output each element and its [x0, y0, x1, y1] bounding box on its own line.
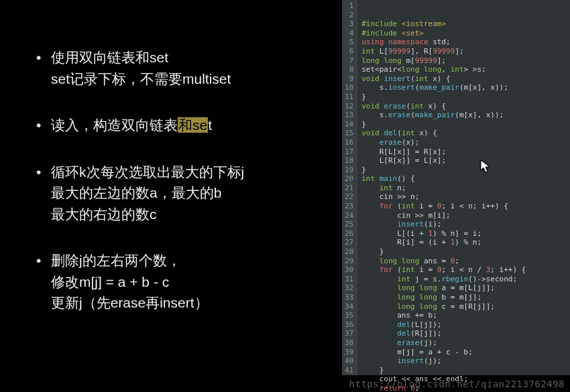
code-line[interactable]: #include <iostream>	[361, 19, 526, 29]
line-number: 25	[345, 220, 353, 229]
code-line[interactable]: void insert(int x) {	[361, 74, 526, 84]
code-line[interactable]: }	[361, 166, 526, 175]
line-number: 34	[345, 302, 353, 312]
line-number: 14	[345, 120, 353, 129]
line-number: 29	[345, 257, 353, 266]
line-number: 33	[345, 293, 353, 302]
line-number: 37	[345, 329, 353, 338]
line-number: 15	[345, 129, 353, 138]
code-line[interactable]: int n;	[361, 184, 526, 193]
line-number: 1	[345, 1, 353, 11]
code-line[interactable]: for (int i = 0; i < n; i++) {	[361, 202, 526, 211]
code-line[interactable]: s.insert(make_pair(m[x], x));	[361, 83, 526, 92]
watermark: https://blog.csdn.net/qian2213762498	[349, 379, 565, 389]
line-number: 21	[345, 184, 353, 193]
code-area[interactable]: #include <iostream>#include <set>using n…	[357, 0, 528, 375]
line-number: 12	[345, 102, 353, 111]
bullet-sub: 最大的右边的数c	[34, 204, 335, 225]
code-line[interactable]: using namespace std;	[361, 38, 526, 47]
code-line[interactable]: long long b = m[j];	[361, 293, 526, 302]
line-number: 10	[345, 83, 353, 92]
code-line[interactable]: cin >> m[i];	[361, 211, 526, 220]
code-line[interactable]: }	[361, 92, 526, 102]
code-editor[interactable]: 1234567891011121314151617181920212223242…	[342, 0, 570, 375]
line-number: 24	[345, 211, 353, 220]
code-line[interactable]: #include <set>	[361, 29, 526, 38]
code-line[interactable]: long long c = m[R[j]];	[361, 302, 526, 312]
line-number: 19	[345, 166, 353, 175]
line-number: 31	[345, 275, 353, 284]
line-number: 20	[345, 174, 353, 184]
bullet-group: 循环k次每次选取出最大的下标j最大的左边的数a，最大的b最大的右边的数c	[34, 161, 335, 225]
line-number: 4	[345, 29, 353, 38]
bullet-group: 使用双向链表和setset记录下标，不需要multiset	[34, 47, 335, 89]
line-number: 23	[345, 202, 353, 211]
line-number: 27	[345, 238, 353, 247]
line-number: 6	[345, 47, 353, 56]
code-line[interactable]: R[i] = (i + 1) % n;	[361, 238, 526, 247]
bullet-group: 删除j的左右两个数，修改m[j] = a + b - c更新j（先erase再i…	[34, 250, 335, 314]
line-number: 22	[345, 192, 353, 202]
code-line[interactable]: del(L[j]);	[361, 320, 526, 330]
bullet-sub: 修改m[j] = a + b - c	[34, 271, 335, 293]
code-line[interactable]: long long m[99999];	[361, 56, 526, 66]
line-gutter: 1234567891011121314151617181920212223242…	[342, 0, 357, 375]
code-line[interactable]: cin >> n;	[361, 192, 526, 202]
code-line[interactable]: m[j] = a + c - b;	[361, 348, 526, 357]
line-number: 28	[345, 247, 353, 257]
slide-root: 使用双向链表和setset记录下标，不需要multiset读入，构造双向链表和s…	[0, 0, 570, 392]
line-number: 18	[345, 156, 353, 166]
code-line[interactable]: L[R[x]] = L[x];	[361, 156, 526, 166]
code-line[interactable]: set<pair<long long, int> >s;	[361, 65, 526, 74]
code-line[interactable]: s.erase(make_pair(m[x], x));	[361, 111, 526, 120]
line-number: 5	[345, 38, 353, 47]
line-number: 39	[345, 348, 353, 357]
line-number: 7	[345, 56, 353, 66]
line-number: 26	[345, 229, 353, 239]
line-number: 41	[345, 366, 353, 375]
line-number: 9	[345, 74, 353, 84]
line-number: 32	[345, 283, 353, 293]
bullet-sub: set记录下标，不需要multiset	[34, 68, 335, 90]
code-line[interactable]: for (int i = 0; i < n / 3; i++) {	[361, 265, 526, 275]
line-number: 11	[345, 92, 353, 102]
code-line[interactable]: insert(i);	[361, 220, 526, 229]
line-number: 36	[345, 320, 353, 330]
code-line[interactable]: long long a = m[L[j]];	[361, 283, 526, 293]
line-number: 16	[345, 138, 353, 147]
code-line[interactable]: void del(int x) {	[361, 129, 526, 138]
bullet-lead: 删除j的左右两个数，	[34, 250, 335, 271]
slide-text-pane: 使用双向链表和setset记录下标，不需要multiset读入，构造双向链表和s…	[0, 0, 342, 392]
code-line[interactable]: del(R[j]);	[361, 329, 526, 338]
code-line[interactable]: int main() {	[361, 174, 526, 184]
code-line[interactable]: L[(i + 1) % n] = i;	[361, 229, 526, 239]
code-line[interactable]: insert(j);	[361, 356, 526, 366]
code-line[interactable]: }	[361, 120, 526, 129]
code-line[interactable]: long long ans = 0;	[361, 257, 526, 266]
code-line[interactable]: int j = s.rbegin()->second;	[361, 275, 526, 284]
code-line[interactable]: erase(j);	[361, 338, 526, 348]
line-number: 35	[345, 311, 353, 320]
code-line[interactable]: erase(x);	[361, 138, 526, 147]
code-line[interactable]: void erase(int x) {	[361, 102, 526, 111]
bullet-lead: 循环k次每次选取出最大的下标j	[34, 161, 335, 183]
line-number: 30	[345, 265, 353, 275]
line-number: 3	[345, 19, 353, 29]
bullet-group: 读入，构造双向链表和set	[34, 115, 335, 136]
code-line[interactable]: R[L[x]] = R[x];	[361, 147, 526, 157]
code-line[interactable]: int L[99999], R[99999];	[361, 47, 526, 56]
bullet-lead: 读入，构造双向链表和set	[34, 115, 335, 136]
code-line[interactable]: }	[361, 247, 526, 257]
line-number: 13	[345, 111, 353, 120]
bullet-sub: 更新j（先erase再insert）	[34, 292, 335, 314]
code-line[interactable]: }	[361, 366, 526, 375]
line-number: 2	[345, 11, 353, 20]
code-line[interactable]: ans += b;	[361, 311, 526, 320]
line-number: 8	[345, 65, 353, 74]
bullet-lead: 使用双向链表和set	[34, 47, 335, 68]
line-number: 38	[345, 338, 353, 348]
line-number: 17	[345, 147, 353, 157]
bullet-sub: 最大的左边的数a，最大的b	[34, 182, 335, 204]
line-number: 40	[345, 356, 353, 366]
